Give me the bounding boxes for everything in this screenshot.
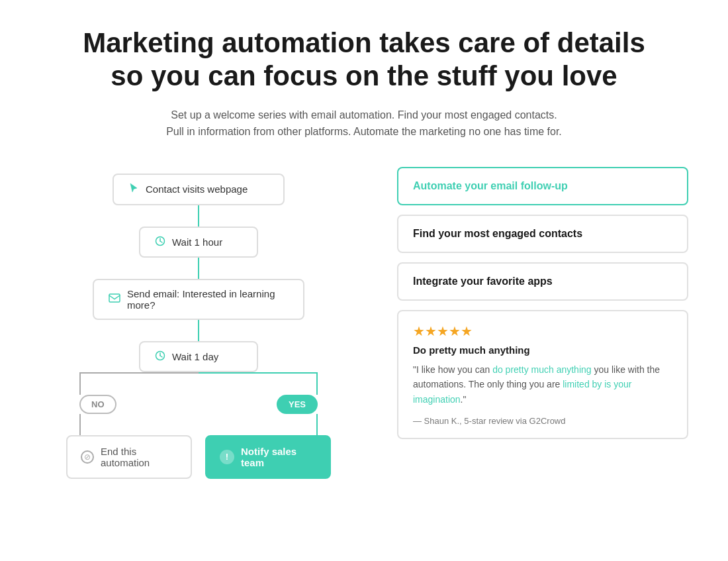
flow-node-contact: Contact visits webpage — [113, 174, 285, 205]
badges-row: NO YES — [79, 395, 318, 414]
card-engaged[interactable]: Find your most engaged contacts — [397, 215, 688, 253]
flow-node-notify: ! Notify sales team — [205, 435, 331, 479]
clock-icon-1 — [155, 236, 165, 248]
card-automate[interactable]: Automate your email follow-up — [397, 167, 688, 205]
end-icon: ⊘ — [81, 450, 94, 464]
flow-node-end: ⊘ End this automation — [66, 435, 192, 479]
cursor-icon — [128, 183, 139, 196]
flow-node-wait-day: Wait 1 day — [139, 341, 258, 372]
connector-1 — [198, 205, 199, 227]
connector-3 — [198, 320, 199, 341]
connector-2 — [198, 258, 199, 279]
review-title: Do pretty much anything — [413, 344, 672, 356]
notify-icon: ! — [220, 450, 234, 464]
svg-line-2 — [160, 241, 162, 242]
review-stars: ★★★★★ — [413, 323, 672, 339]
card-automate-label: Automate your email follow-up — [413, 180, 672, 192]
flow-container: Contact visits webpage Wait 1 hour — [40, 174, 357, 479]
review-text: "I like how you can do pretty much anyth… — [413, 362, 672, 407]
right-panel: Automate your email follow-up Find your … — [397, 167, 688, 439]
badge-yes: YES — [277, 395, 318, 414]
v-line-right-2 — [316, 414, 318, 435]
badge-no: NO — [79, 395, 116, 414]
review-highlight-1: do pretty much anything — [492, 364, 591, 375]
v-line-right — [316, 374, 318, 395]
branch-vertical-lines-2 — [79, 414, 318, 435]
branch-h-line — [79, 372, 318, 374]
v-line-left — [79, 374, 81, 395]
page-title: Marketing automation takes care of detai… — [40, 26, 688, 93]
card-integrate[interactable]: Integrate your favorite apps — [397, 262, 688, 301]
flow-node-email: Send email: Interested in learning more? — [93, 279, 304, 320]
svg-rect-3 — [109, 294, 120, 302]
review-highlight-2: limited by is your imagination — [413, 379, 631, 404]
page-subtitle: Set up a welcome series with email autom… — [165, 107, 563, 140]
review-card: ★★★★★ Do pretty much anything "I like ho… — [397, 310, 688, 439]
flow-diagram: Contact visits webpage Wait 1 hour — [40, 167, 357, 479]
branch-wrapper: NO YES ⊘ End this automation ! — [40, 372, 357, 479]
svg-line-6 — [160, 356, 162, 357]
flow-node-wait-hour: Wait 1 hour — [139, 227, 258, 258]
card-engaged-label: Find your most engaged contacts — [413, 228, 672, 240]
branch-end-nodes: ⊘ End this automation ! Notify sales tea… — [66, 435, 331, 479]
clock-icon-2 — [155, 350, 165, 363]
v-line-left-2 — [79, 414, 81, 435]
card-integrate-label: Integrate your favorite apps — [413, 276, 672, 287]
email-icon — [109, 293, 120, 305]
review-author: — Shaun K., 5-star review via G2Crowd — [413, 416, 672, 426]
branch-vertical-lines — [79, 374, 318, 395]
page-header: Marketing automation takes care of detai… — [40, 26, 688, 140]
main-content: Contact visits webpage Wait 1 hour — [40, 167, 688, 479]
